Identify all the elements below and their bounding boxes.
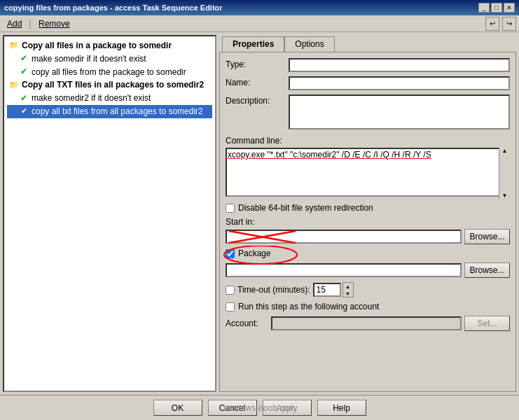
package-section: Package Browse... bbox=[226, 248, 510, 278]
scrollbar[interactable]: ▲ ▼ bbox=[499, 148, 510, 199]
name-input[interactable] bbox=[289, 76, 510, 90]
package-checkbox-row: Package bbox=[226, 248, 510, 258]
bottom-bar: windows-noob.com OK Cancel Apply Help bbox=[0, 395, 519, 420]
window-controls[interactable]: _ □ ✕ bbox=[478, 3, 515, 13]
tree-item-group1[interactable]: 📁 Copy all files in a package to somedir bbox=[7, 39, 212, 52]
tree-item-label: copy all files from the package to somed… bbox=[32, 66, 186, 78]
disable64-label: Disable 64-bit file system redirection bbox=[238, 203, 373, 213]
window-title: copying files from packages - access Tas… bbox=[4, 4, 223, 12]
props-panel: Properties Options Type: Name: bbox=[219, 35, 516, 392]
type-row: Type: bbox=[226, 58, 510, 72]
timeout-input[interactable] bbox=[313, 283, 341, 297]
scroll-down[interactable]: ▼ bbox=[499, 192, 510, 199]
account-input[interactable] bbox=[271, 316, 462, 330]
title-bar: copying files from packages - access Tas… bbox=[0, 0, 519, 15]
tree-item-label: make somedir2 if it doesn't exist bbox=[32, 92, 151, 104]
add-menu[interactable]: Add bbox=[3, 18, 26, 30]
remove-menu[interactable]: Remove bbox=[34, 18, 74, 30]
type-input[interactable] bbox=[289, 58, 510, 72]
type-label: Type: bbox=[226, 58, 289, 69]
scroll-up[interactable]: ▲ bbox=[499, 148, 510, 154]
tree-item-item1[interactable]: ✔ make somedir if it doesn't exist bbox=[7, 52, 212, 66]
tree-item-label: Copy all TXT files in all packages to so… bbox=[22, 79, 204, 91]
tab-content-properties: Type: Name: Description: Command bbox=[219, 52, 516, 392]
tree-item-item3[interactable]: ✔ make somedir2 if it doesn't exist bbox=[7, 92, 212, 105]
tree-panel[interactable]: 📁 Copy all files in a package to somedir… bbox=[3, 35, 216, 392]
timeout-spinner: ▲ ▼ bbox=[342, 282, 354, 298]
check-icon: ✔ bbox=[18, 92, 29, 104]
spin-up[interactable]: ▲ bbox=[343, 283, 353, 290]
folder-icon: 📁 bbox=[8, 40, 20, 51]
package-checkbox[interactable] bbox=[226, 249, 235, 258]
timeout-checkbox[interactable] bbox=[226, 286, 235, 295]
timeout-row: Time-out (minutes): ▲ ▼ bbox=[226, 282, 510, 298]
start-in-row: Browse... bbox=[226, 229, 510, 244]
folder-icon: 📁 bbox=[8, 79, 20, 90]
ok-button[interactable]: OK bbox=[153, 400, 202, 416]
name-row: Name: bbox=[226, 76, 510, 90]
description-input[interactable] bbox=[289, 94, 510, 130]
start-in-label: Start in: bbox=[226, 217, 510, 227]
help-button[interactable]: Help bbox=[317, 400, 366, 416]
command-text-overlay: xcopy.exe "*.txt" "c:\somedir2" /D /E /C… bbox=[228, 150, 499, 160]
spin-down[interactable]: ▼ bbox=[343, 290, 353, 297]
name-label: Name: bbox=[226, 76, 289, 88]
description-field bbox=[289, 94, 510, 132]
package-browse-button[interactable]: Browse... bbox=[464, 262, 510, 278]
tree-item-item4[interactable]: ✔ copy all txt files from all packages t… bbox=[7, 105, 212, 118]
watermark: windows-noob.com bbox=[223, 403, 296, 413]
tab-properties[interactable]: Properties bbox=[222, 36, 284, 52]
check-icon: ✔ bbox=[18, 66, 29, 78]
command-container: xcopy.exe "*.txt" "c:\somedir2" /D /E /C… bbox=[226, 148, 510, 199]
minimize-button[interactable]: _ bbox=[478, 3, 490, 13]
tree-item-label: make somedir if it doesn't exist bbox=[32, 53, 146, 65]
tree-item-item2[interactable]: ✔ copy all files from the package to som… bbox=[7, 66, 212, 79]
timeout-label: Time-out (minutes): bbox=[237, 285, 310, 295]
tree-item-label: Copy all files in a package to somedir bbox=[22, 40, 172, 52]
start-in-browse-button[interactable]: Browse... bbox=[464, 229, 510, 244]
run-as-row: Run this step as the following account bbox=[226, 302, 510, 312]
tab-options[interactable]: Options bbox=[284, 36, 334, 52]
description-label: Description: bbox=[226, 94, 289, 106]
command-text: xcopy.exe "*.txt" "c:\somedir2" /D /E /C… bbox=[228, 150, 431, 160]
run-as-label: Run this step as the following account bbox=[238, 302, 379, 312]
tree-item-label: copy all txt files from all packages to … bbox=[32, 106, 203, 118]
start-in-section: Start in: Browse... bbox=[226, 217, 510, 244]
type-field bbox=[289, 58, 510, 72]
name-field bbox=[289, 76, 510, 90]
run-as-checkbox[interactable] bbox=[226, 302, 235, 312]
start-in-input[interactable] bbox=[226, 230, 462, 244]
tree-item-group2[interactable]: 📁 Copy all TXT files in all packages to … bbox=[7, 78, 212, 92]
disable64-checkbox[interactable] bbox=[226, 204, 235, 213]
package-input-row: Browse... bbox=[226, 262, 510, 278]
menu-separator: | bbox=[29, 18, 32, 29]
command-line-label: Command line: bbox=[226, 136, 510, 146]
toolbar: ↩ ↪ bbox=[485, 17, 516, 31]
description-row: Description: bbox=[226, 94, 510, 132]
toolbar-icon-1[interactable]: ↩ bbox=[485, 17, 499, 31]
set-button[interactable]: Set... bbox=[464, 316, 510, 331]
check-icon: ✔ bbox=[18, 53, 29, 64]
menu-bar: Add | Remove ↩ ↪ bbox=[0, 15, 519, 32]
account-row: Account: Set... bbox=[226, 316, 510, 331]
package-input[interactable] bbox=[226, 263, 462, 277]
toolbar-icon-2[interactable]: ↪ bbox=[502, 17, 516, 31]
tab-bar: Properties Options bbox=[219, 35, 516, 52]
maximize-button[interactable]: □ bbox=[491, 3, 502, 13]
disable64-row: Disable 64-bit file system redirection bbox=[226, 203, 510, 213]
check-icon: ✔ bbox=[18, 106, 29, 117]
package-label: Package bbox=[238, 248, 271, 258]
account-label: Account: bbox=[226, 318, 271, 328]
close-button[interactable]: ✕ bbox=[504, 3, 515, 13]
main-content: 📁 Copy all files in a package to somedir… bbox=[0, 32, 519, 395]
